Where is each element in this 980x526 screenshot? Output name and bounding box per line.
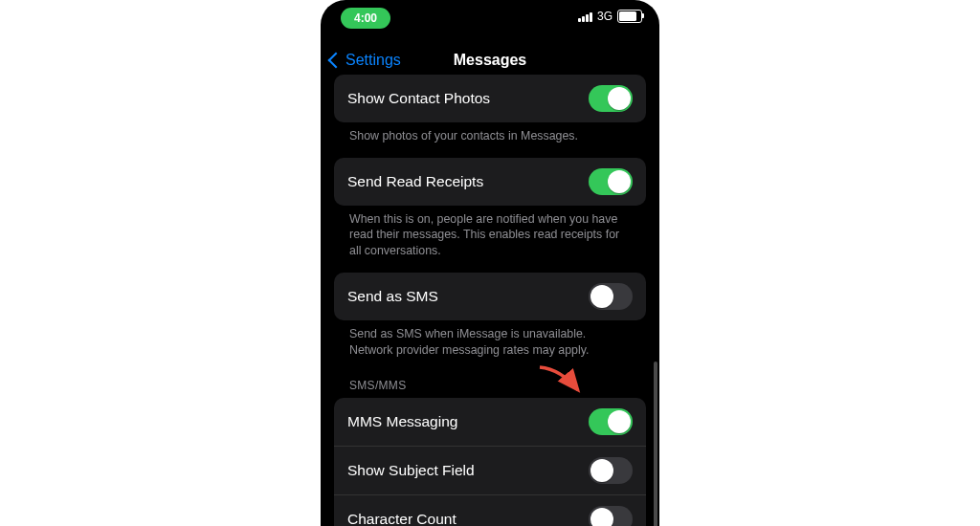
section-footer: Send as SMS when iMessage is unavailable…: [334, 320, 646, 371]
toggle-send-as-sms[interactable]: [589, 283, 633, 310]
row-label: Character Count: [347, 511, 589, 526]
row-label: MMS Messaging: [347, 413, 589, 430]
scrollbar[interactable]: [654, 362, 657, 526]
row-label: Send Read Receipts: [347, 173, 589, 190]
settings-scroll[interactable]: Show Contact Photos Show photos of your …: [321, 75, 659, 526]
row-label: Send as SMS: [347, 288, 589, 305]
time-pill: 4:00: [341, 8, 390, 29]
network-label: 3G: [597, 10, 612, 23]
status-bar: 4:00 3G: [321, 8, 659, 31]
row-send-as-sms[interactable]: Send as SMS: [334, 273, 646, 320]
row-character-count[interactable]: Character Count: [334, 494, 646, 526]
row-label: Show Contact Photos: [347, 90, 589, 107]
row-mms-messaging[interactable]: MMS Messaging: [334, 398, 646, 446]
section-footer: When this is on, people are notified whe…: [334, 206, 646, 273]
toggle-show-subject-field[interactable]: [589, 457, 633, 484]
toggle-show-contact-photos[interactable]: [589, 85, 633, 112]
page-title: Messages: [321, 52, 659, 69]
row-label: Show Subject Field: [347, 462, 589, 479]
toggle-mms-messaging[interactable]: [589, 408, 633, 435]
section-footer: Show photos of your contacts in Messages…: [334, 122, 646, 158]
signal-icon: [578, 11, 592, 22]
battery-icon: [617, 10, 642, 23]
phone-frame: 4:00 3G Settings Messages Show Contact P…: [321, 0, 659, 526]
toggle-send-read-receipts[interactable]: [589, 168, 633, 195]
section-header-sms-mms: SMS/MMS: [334, 371, 646, 398]
row-show-subject-field[interactable]: Show Subject Field: [334, 446, 646, 494]
row-show-contact-photos[interactable]: Show Contact Photos: [334, 75, 646, 122]
row-send-read-receipts[interactable]: Send Read Receipts: [334, 158, 646, 206]
nav-bar: Settings Messages: [321, 46, 659, 75]
toggle-character-count[interactable]: [589, 506, 633, 526]
